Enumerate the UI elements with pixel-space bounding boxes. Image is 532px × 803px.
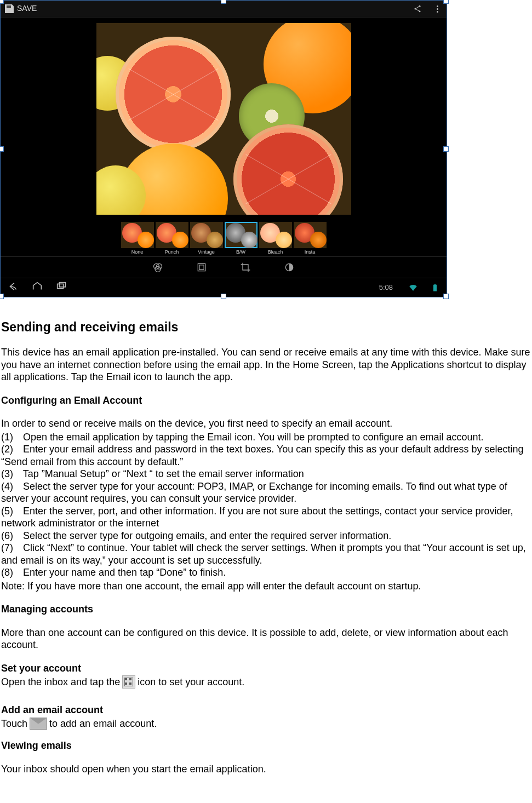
filter-thumb-bw[interactable]: B/W <box>225 222 258 255</box>
paragraph: This device has an email application pre… <box>1 346 531 383</box>
text: Touch <box>1 718 27 730</box>
back-icon[interactable] <box>7 280 19 296</box>
document-body: Sending and receiving emails This device… <box>0 319 532 788</box>
paragraph: Your inbox should open when you start th… <box>1 763 531 776</box>
config-step: (6) Select the server type for outgoing … <box>1 530 531 542</box>
svg-rect-12 <box>434 284 436 285</box>
tablet-screenshot: SAVE NonePunchVintageB/WBleachInsta <box>0 0 447 297</box>
filter-label: Insta <box>294 249 327 255</box>
photo-stage <box>1 18 447 220</box>
filter-thumb-bleach[interactable]: Bleach <box>259 222 292 255</box>
home-icon[interactable] <box>31 280 43 296</box>
heading-sending: Sending and receiving emails <box>1 319 531 335</box>
paragraph: In order to send or receive mails on the… <box>1 417 531 430</box>
svg-rect-11 <box>433 285 437 291</box>
crop-tool-icon[interactable] <box>239 261 251 273</box>
config-step: (5) Enter the server, port, and other in… <box>1 505 531 530</box>
paragraph: More than one account can be configured … <box>1 627 531 651</box>
heading-set-account: Set your account <box>1 662 531 675</box>
text: to add an email account. <box>49 718 157 730</box>
share-icon[interactable] <box>413 4 422 14</box>
resize-handle <box>221 294 226 299</box>
config-step: (1) Open the email application by tappin… <box>1 431 531 444</box>
adjust-tool-icon[interactable] <box>283 261 295 273</box>
heading-add-account: Add an email account <box>1 704 531 716</box>
mail-icon <box>30 718 47 730</box>
svg-point-0 <box>419 5 420 7</box>
save-label[interactable]: SAVE <box>17 4 37 14</box>
paragraph: Touch to add an email account. <box>1 718 531 730</box>
status-clock: 5:08 <box>379 283 393 292</box>
save-icon[interactable] <box>5 4 14 13</box>
filters-tool-icon[interactable] <box>152 261 164 273</box>
filter-strip: NonePunchVintageB/WBleachInsta <box>1 220 447 256</box>
config-step: (4) Select the server type for your acco… <box>1 480 531 505</box>
svg-point-2 <box>419 10 420 12</box>
config-steps: (1) Open the email application by tappin… <box>1 431 531 579</box>
heading-viewing: Viewing emails <box>1 739 531 752</box>
svg-rect-10 <box>59 282 65 286</box>
resize-handle <box>221 0 226 4</box>
resize-handle <box>0 146 4 152</box>
wifi-icon <box>408 283 418 292</box>
filter-label: Vintage <box>190 249 223 255</box>
resize-handle <box>0 0 4 4</box>
filter-label: None <box>121 249 154 255</box>
photo-preview[interactable] <box>96 23 351 215</box>
settings-icon <box>122 675 135 689</box>
heading-managing: Managing accounts <box>1 603 531 616</box>
config-step: (8) Enter your name and then tap “Done” … <box>1 566 531 579</box>
resize-handle <box>0 294 4 299</box>
edit-tool-row <box>1 256 447 278</box>
overflow-menu-icon[interactable] <box>432 4 442 14</box>
resize-handle <box>443 294 449 299</box>
filter-thumb-none[interactable]: None <box>121 222 154 255</box>
svg-point-1 <box>414 8 416 9</box>
text: Open the inbox and tap the <box>1 676 120 689</box>
config-step: (7) Click “Next” to continue. Your table… <box>1 542 531 566</box>
config-step: (3) Tap ”Manual Setup” or “Next “ to set… <box>1 468 531 480</box>
resize-handle <box>443 0 449 4</box>
paragraph: Open the inbox and tap the icon to set y… <box>1 675 531 689</box>
svg-rect-9 <box>58 284 64 288</box>
text: icon to set your account. <box>138 676 244 689</box>
filter-label: B/W <box>225 249 258 255</box>
filter-label: Punch <box>156 249 188 255</box>
note: Note: If you have more than one account,… <box>1 580 531 593</box>
config-step: (2) Enter your email address and passwor… <box>1 443 531 468</box>
heading-configuring: Configuring an Email Account <box>1 394 531 407</box>
resize-handle <box>443 146 449 152</box>
filter-label: Bleach <box>259 249 292 255</box>
filter-thumb-insta[interactable]: Insta <box>294 222 327 255</box>
filter-thumb-vintage[interactable]: Vintage <box>190 222 223 255</box>
frame-tool-icon[interactable] <box>196 261 208 273</box>
svg-rect-7 <box>199 265 204 269</box>
recent-apps-icon[interactable] <box>55 280 67 296</box>
battery-icon <box>430 283 440 292</box>
filter-thumb-punch[interactable]: Punch <box>156 222 188 255</box>
